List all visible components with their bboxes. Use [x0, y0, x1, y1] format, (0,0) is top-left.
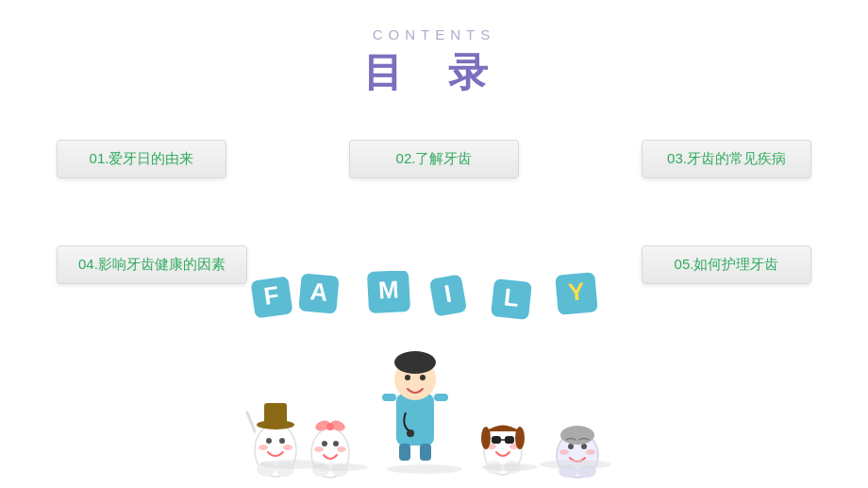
- svg-rect-41: [399, 444, 410, 461]
- svg-point-28: [337, 446, 346, 452]
- menu-item-02[interactable]: 02.了解牙齿: [349, 140, 519, 178]
- svg-point-38: [407, 429, 414, 437]
- svg-rect-33: [396, 394, 434, 446]
- menu-item-05[interactable]: 05.如何护理牙齿: [642, 245, 811, 284]
- svg-point-62: [586, 449, 595, 455]
- svg-point-59: [581, 444, 587, 449]
- svg-point-36: [405, 375, 410, 380]
- svg-point-20: [259, 445, 268, 450]
- svg-rect-51: [505, 436, 514, 444]
- svg-line-19: [247, 412, 255, 431]
- svg-text:L: L: [503, 282, 521, 312]
- svg-rect-39: [382, 394, 396, 401]
- svg-text:Y: Y: [567, 277, 586, 306]
- svg-text:A: A: [309, 277, 330, 307]
- svg-point-15: [266, 438, 272, 444]
- page-header: CONTENTS 目 录: [0, 0, 868, 99]
- svg-point-53: [481, 427, 491, 449]
- svg-point-67: [540, 460, 611, 469]
- svg-text:M: M: [377, 275, 399, 304]
- svg-point-32: [326, 423, 334, 430]
- menu-row-1: 01.爱牙日的由来 02.了解牙齿 03.牙齿的常见疾病: [0, 140, 868, 178]
- svg-rect-40: [434, 394, 448, 401]
- contents-title-en: CONTENTS: [0, 26, 868, 42]
- svg-point-27: [314, 446, 324, 452]
- svg-rect-42: [420, 444, 431, 461]
- svg-rect-18: [264, 403, 287, 426]
- svg-point-26: [333, 441, 339, 446]
- svg-point-25: [322, 441, 327, 446]
- svg-point-54: [515, 427, 525, 449]
- family-illustration: F A M I L Y: [236, 271, 632, 488]
- svg-point-64: [311, 463, 368, 471]
- svg-point-37: [420, 375, 426, 380]
- family-svg: F A M I L Y: [236, 271, 632, 488]
- menu-item-01[interactable]: 01.爱牙日的由来: [57, 140, 226, 178]
- svg-point-35: [394, 351, 436, 374]
- menu-item-04[interactable]: 04.影响牙齿健康的因素: [57, 245, 247, 284]
- svg-point-61: [559, 449, 569, 455]
- svg-point-16: [279, 438, 285, 444]
- svg-point-58: [568, 444, 574, 449]
- svg-rect-50: [492, 436, 501, 444]
- contents-title-zh: 目 录: [0, 46, 868, 99]
- menu-item-03[interactable]: 03.牙齿的常见疾病: [642, 140, 811, 178]
- svg-point-21: [283, 445, 292, 450]
- svg-point-65: [387, 464, 462, 474]
- svg-point-66: [481, 463, 538, 471]
- svg-point-60: [560, 426, 594, 445]
